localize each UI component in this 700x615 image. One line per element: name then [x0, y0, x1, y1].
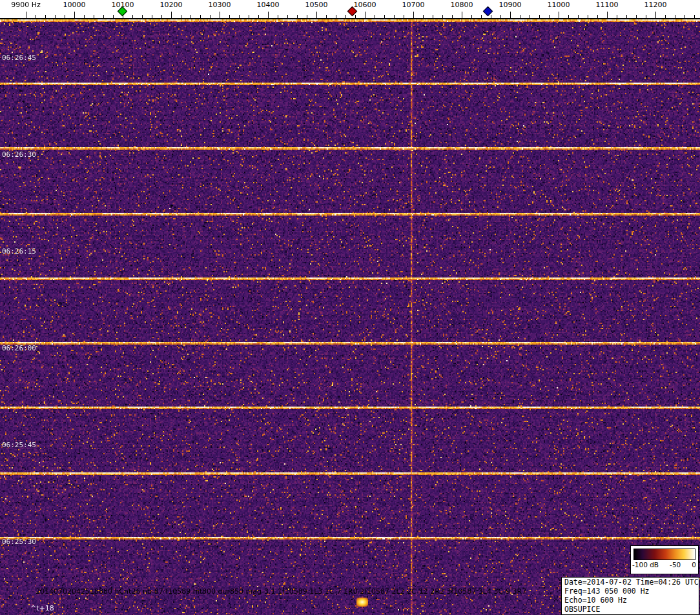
db-color-scale: -100 dB-500 — [630, 545, 699, 574]
ruler-tick — [462, 12, 462, 18]
ruler-tick — [74, 12, 75, 18]
ruler-tick — [268, 12, 269, 18]
ruler-tick — [316, 12, 317, 18]
ruler-freq-label: 10300 — [209, 1, 231, 9]
ruler-tick — [365, 12, 365, 18]
ruler-freq-label: 11100 — [596, 1, 619, 9]
ruler-tick — [646, 15, 646, 18]
ruler-freq-label: 11000 — [548, 1, 570, 9]
ruler-tick — [36, 15, 36, 18]
ruler-freq-label: 10600 — [354, 1, 376, 9]
info-line: OBSUPICE — [564, 605, 696, 614]
ruler-tick — [510, 12, 511, 18]
spectrogram-waterfall[interactable] — [0, 19, 700, 615]
ruler-tick — [210, 15, 211, 18]
db-scale-label: -50 — [670, 561, 681, 569]
ruler-tick — [26, 12, 26, 18]
ruler-tick — [530, 15, 530, 18]
ruler-tick — [103, 15, 104, 18]
ruler-tick — [442, 15, 443, 18]
ruler-tick — [132, 15, 133, 18]
time-label: 06:26:30 — [2, 150, 36, 159]
ruler-tick — [433, 15, 433, 18]
ruler-tick — [452, 15, 453, 18]
ruler-tick — [539, 15, 540, 18]
ruler-tick — [685, 15, 685, 18]
ruler-tick — [423, 15, 424, 18]
ruler-tick — [694, 15, 695, 18]
ruler-tick — [45, 15, 46, 18]
ruler-tick — [636, 15, 637, 18]
ruler-tick — [588, 15, 588, 18]
ruler-tick — [559, 12, 559, 18]
ruler-tick — [94, 15, 94, 18]
time-label: 06:26:15 — [2, 247, 36, 256]
ruler-tick — [607, 12, 608, 18]
ruler-tick — [161, 15, 162, 18]
ruler-freq-label: 11200 — [644, 1, 667, 9]
ruler-tick — [190, 15, 191, 18]
ruler-tick — [617, 15, 617, 18]
info-line: Echo=10 600 Hz — [564, 596, 696, 605]
detection-log-text: 20140702042518880 hCnt26 nb-87 f10589 hi… — [36, 587, 526, 596]
ruler-tick — [278, 15, 278, 18]
ruler-freq-label: 10000 — [63, 1, 86, 9]
ruler-tick — [220, 12, 220, 18]
time-label: 06:26:45 — [2, 54, 36, 62]
time-label: 06:26:00 — [2, 344, 36, 352]
ruler-tick — [675, 15, 675, 18]
ruler-tick — [287, 15, 288, 18]
ruler-tick — [239, 15, 240, 18]
ruler-tick — [491, 15, 491, 18]
info-line: Date=2014-07-02 Time=04:26 UTC — [564, 578, 696, 587]
ruler-tick — [326, 15, 327, 18]
ruler-tick — [665, 15, 666, 18]
observation-info-panel: Date=2014-07-02 Time=04:26 UTCFreq=143 0… — [561, 577, 699, 615]
ruler-tick — [375, 15, 375, 18]
db-scale-label: -100 dB — [632, 561, 659, 569]
ruler-tick — [171, 12, 172, 18]
time-label: 06:25:45 — [2, 441, 36, 449]
db-scale-label: 0 — [692, 561, 696, 569]
ruler-tick — [578, 15, 579, 18]
meteor-spectrogram-app: 9900 Hz100001010010200103001040010500106… — [0, 0, 700, 615]
color-gradient-bar — [633, 549, 695, 560]
ruler-tick — [384, 15, 385, 18]
ruler-tick — [297, 15, 298, 18]
ruler-tick — [229, 15, 230, 18]
ruler-tick — [500, 15, 501, 18]
echo-event-marker — [356, 598, 368, 607]
frequency-ruler[interactable]: 9900 Hz100001010010200103001040010500106… — [0, 0, 700, 19]
ruler-tick — [345, 15, 346, 18]
ruler-freq-label: 10700 — [402, 1, 425, 9]
ruler-tick — [394, 15, 395, 18]
cursor-time-readout: ^t+18 — [30, 604, 54, 612]
ruler-tick — [355, 15, 356, 18]
ruler-freq-label: 9900 Hz — [11, 1, 41, 9]
ruler-tick — [152, 15, 152, 18]
ruler-tick — [568, 15, 569, 18]
ruler-tick — [307, 15, 307, 18]
ruler-tick — [142, 15, 143, 18]
time-label: 06:25:30 — [2, 538, 36, 546]
ruler-tick — [258, 15, 259, 18]
ruler-freq-label: 10900 — [499, 1, 522, 9]
db-scale-labels: -100 dB-500 — [632, 561, 696, 569]
ruler-tick — [549, 15, 550, 18]
ruler-tick — [181, 15, 181, 18]
ruler-tick — [655, 12, 656, 18]
ruler-tick — [520, 15, 520, 18]
ruler-freq-label: 10400 — [257, 1, 280, 9]
ruler-freq-label: 10800 — [451, 1, 473, 9]
ruler-tick — [249, 15, 249, 18]
ruler-tick — [404, 15, 404, 18]
ruler-tick — [200, 15, 201, 18]
ruler-tick — [113, 15, 114, 18]
ruler-tick — [336, 15, 336, 18]
ruler-tick — [413, 12, 414, 18]
ruler-tick — [626, 15, 627, 18]
blue-marker-diamond[interactable] — [483, 6, 493, 17]
ruler-tick — [65, 15, 65, 18]
ruler-tick — [597, 15, 598, 18]
ruler-tick — [471, 15, 472, 18]
